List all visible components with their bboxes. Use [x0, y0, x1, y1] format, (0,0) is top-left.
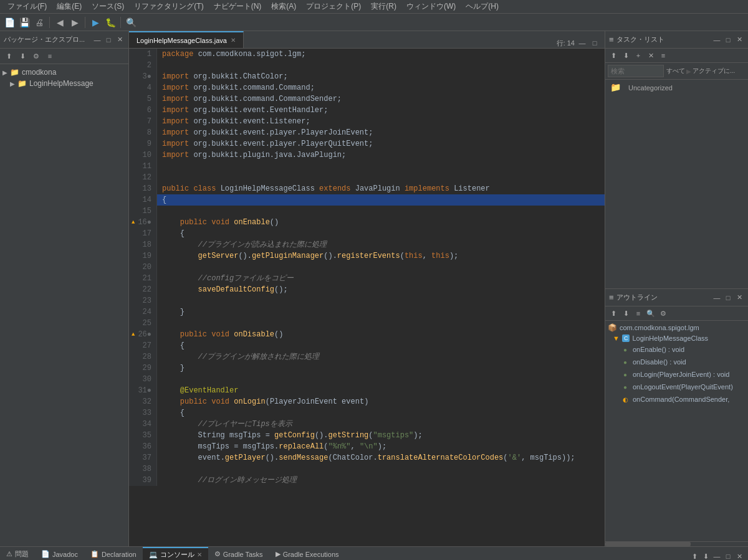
tab-close-main[interactable]: ✕	[231, 37, 236, 44]
menu-project[interactable]: プロジェクト(P)	[301, 0, 366, 13]
editor-tab-main[interactable]: LoginHelpMessageClass.java ✕	[129, 31, 244, 48]
panel-maximize[interactable]: □	[103, 35, 113, 45]
task-maximize[interactable]: □	[723, 35, 733, 45]
menu-edit[interactable]: 編集(E)	[52, 0, 87, 13]
lcode-32[interactable]: public void onLogin(PlayerJoinEvent even…	[157, 396, 605, 407]
bottom-maximize[interactable]: □	[723, 551, 733, 560]
menu-navigate[interactable]: ナビゲート(N)	[209, 0, 267, 13]
uncategorized-row[interactable]: 📁 Uncategorized	[610, 82, 743, 93]
toolbar-new[interactable]: 📄	[2, 16, 16, 29]
task-btn4[interactable]: ✕	[645, 50, 656, 61]
lcode-36[interactable]: msgTips = msgTips.replaceAll("%n%", "\n"…	[157, 441, 605, 452]
bottom-ctrl2[interactable]: ⬇	[701, 551, 711, 560]
menu-source[interactable]: ソース(S)	[87, 0, 129, 13]
tree-btn2[interactable]: ⬇	[16, 50, 29, 62]
lcode-24[interactable]: }	[157, 306, 605, 318]
toolbar-print[interactable]: 🖨	[32, 16, 46, 29]
filter-active[interactable]: アクティブに...	[693, 67, 735, 75]
lcode-14[interactable]: {	[157, 194, 605, 206]
tab-gradle-exec[interactable]: ▶ Gradle Executions	[269, 547, 345, 560]
lcode-3[interactable]: import org.bukkit.ChatColor;	[157, 71, 605, 82]
lcode-4[interactable]: import org.bukkit.command.Command;	[157, 82, 605, 93]
lcode-18[interactable]: //プラグインが読み込まれた際に処理	[157, 239, 605, 250]
panel-close[interactable]: ✕	[115, 35, 125, 45]
lcode-19[interactable]: getServer().getPluginManager().registerE…	[157, 250, 605, 262]
outline-btn3[interactable]: ≡	[633, 308, 644, 319]
tree-btn3[interactable]: ⚙	[30, 50, 42, 62]
lcode-26[interactable]: public void onDisable()	[157, 329, 605, 340]
menu-run[interactable]: 実行(R)	[366, 0, 401, 13]
lcode-16[interactable]: public void onEnable()	[157, 217, 605, 228]
bottom-ctrl1[interactable]: ⬆	[689, 551, 699, 560]
lcode-31[interactable]: @EventHandler	[157, 385, 605, 396]
bottom-minimize[interactable]: —	[712, 551, 722, 560]
tree-btn4[interactable]: ≡	[44, 50, 56, 62]
tab-javadoc[interactable]: 📄 Javadoc	[35, 547, 84, 560]
menu-refactor[interactable]: リファクタリング(T)	[129, 0, 208, 13]
outline-maximize[interactable]: □	[723, 293, 733, 303]
task-search-input[interactable]	[608, 65, 664, 77]
toolbar-run[interactable]: ▶	[89, 16, 102, 29]
outline-close[interactable]: ✕	[734, 293, 744, 303]
tree-item-loginhelp[interactable]: ▶ 📁 LoginHelpMessage	[0, 78, 128, 89]
lcode-28[interactable]: //プラグインが解放された際に処理	[157, 351, 605, 363]
tab-console[interactable]: 💻 コンソール ✕	[143, 547, 208, 560]
lcode-35[interactable]: String msgTips = getConfig().getString("…	[157, 430, 605, 441]
outline-method-2[interactable]: ● onLogin(PlayerJoinEvent) : void	[605, 368, 748, 381]
task-minimize[interactable]: —	[712, 35, 722, 45]
outline-scrollbar[interactable]	[605, 541, 748, 546]
lcode-39[interactable]: //ログイン時メッセージ処理	[157, 475, 605, 486]
lcode-29[interactable]: }	[157, 363, 605, 374]
task-close[interactable]: ✕	[734, 35, 744, 45]
outline-method-0[interactable]: ● onEnable() : void	[605, 343, 748, 356]
task-btn3[interactable]: +	[633, 50, 644, 61]
lcode-13[interactable]: public class LoginHelpMessageClass exten…	[157, 183, 605, 194]
lcode-34[interactable]: //プレイヤーにTipsを表示	[157, 419, 605, 430]
outline-minimize[interactable]: —	[712, 293, 722, 303]
toolbar-forward[interactable]: ▶	[68, 16, 82, 29]
filter-all[interactable]: すべて	[666, 67, 685, 75]
outline-package[interactable]: 📦 com.cmodkona.spigot.lgm	[605, 322, 748, 333]
lcode-7[interactable]: import org.bukkit.event.Listener;	[157, 116, 605, 127]
tab-declaration[interactable]: 📋 Declaration	[84, 547, 143, 560]
tree-item-cmodkona[interactable]: ▶ 📁 cmodkona	[0, 67, 128, 78]
menu-window[interactable]: ウィンドウ(W)	[401, 0, 461, 13]
toolbar-save[interactable]: 💾	[17, 16, 31, 29]
lcode-5[interactable]: import org.bukkit.command.CommandSender;	[157, 93, 605, 105]
editor-minimize[interactable]: —	[577, 38, 587, 48]
lcode-21[interactable]: //configファイルをコピー	[157, 273, 605, 284]
outline-btn2[interactable]: ⬇	[620, 308, 631, 319]
editor-maximize[interactable]: □	[590, 38, 600, 48]
outline-btn5[interactable]: ⚙	[658, 308, 669, 319]
tab-gradle-tasks[interactable]: ⚙ Gradle Tasks	[208, 547, 269, 560]
lcode-10[interactable]: import org.bukkit.plugin.java.JavaPlugin…	[157, 149, 605, 161]
lcode-33[interactable]: {	[157, 407, 605, 419]
outline-method-3[interactable]: ● onLogoutEvent(PlayerQuitEvent)	[605, 381, 748, 393]
outline-method-4[interactable]: ◐ onCommand(CommandSender,	[605, 393, 748, 406]
outline-class[interactable]: ▼ C LoginHelpMessageClass	[605, 333, 748, 343]
outline-btn4[interactable]: 🔍	[645, 308, 656, 319]
task-btn5[interactable]: ≡	[658, 50, 669, 61]
task-btn1[interactable]: ⬆	[608, 50, 619, 61]
task-btn2[interactable]: ⬇	[620, 50, 631, 61]
tab-problems[interactable]: ⚠ 問題	[0, 547, 35, 560]
toolbar-search[interactable]: 🔍	[124, 16, 138, 29]
toolbar-debug[interactable]: 🐛	[103, 16, 117, 29]
toolbar-back[interactable]: ◀	[53, 16, 67, 29]
lcode-9[interactable]: import org.bukkit.event.player.PlayerQui…	[157, 138, 605, 149]
lcode-1[interactable]: package com.cmodkona.spigot.lgm;	[157, 49, 605, 60]
console-tab-close[interactable]: ✕	[197, 551, 202, 558]
bottom-close[interactable]: ✕	[734, 551, 744, 560]
lcode-8[interactable]: import org.bukkit.event.player.PlayerJoi…	[157, 127, 605, 138]
menu-help[interactable]: ヘルプ(H)	[461, 0, 504, 13]
lcode-22[interactable]: saveDefaultConfig();	[157, 284, 605, 295]
outline-btn1[interactable]: ⬆	[608, 308, 619, 319]
tree-btn1[interactable]: ⬆	[2, 50, 15, 62]
menu-file[interactable]: ファイル(F)	[2, 0, 52, 13]
panel-minimize[interactable]: —	[92, 35, 102, 45]
lcode-37[interactable]: event.getPlayer().sendMessage(ChatColor.…	[157, 452, 605, 463]
outline-method-1[interactable]: ● onDisable() : void	[605, 356, 748, 368]
editor-area[interactable]: 1 package com.cmodkona.spigot.lgm; 2 3● …	[129, 49, 605, 546]
lcode-17[interactable]: {	[157, 228, 605, 239]
menu-search[interactable]: 検索(A)	[266, 0, 301, 13]
